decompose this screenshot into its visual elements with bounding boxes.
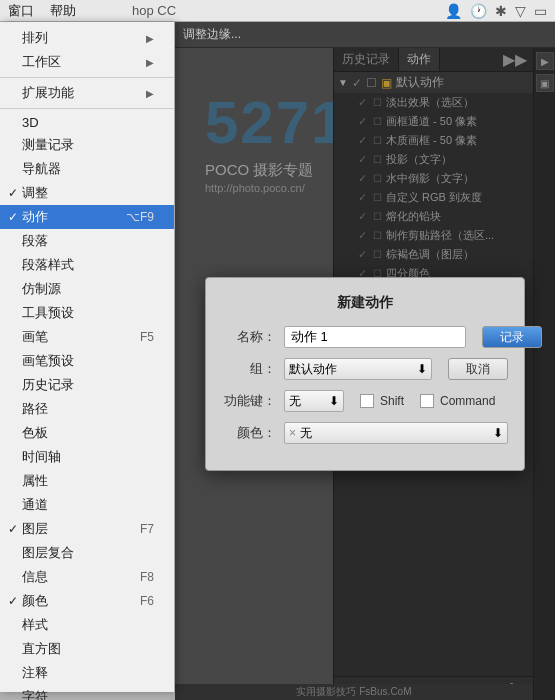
menu-item-tool-preset[interactable]: 工具预设 [0,301,174,325]
dialog-color-row: 颜色： × 无 ⬇ [222,422,508,444]
window-menu: 排列 ▶ 工作区 ▶ 扩展功能 ▶ 3D 测量记录 导航器 调整 动作 ⌥F9 … [0,22,175,692]
menu-item-para-style[interactable]: 段落样式 [0,253,174,277]
top-menu-bar: 窗口 帮助 hop CC 👤 🕐 ✱ ▽ ▭ [0,0,555,22]
divider [0,77,174,78]
group-label: 组： [222,360,276,378]
group-select[interactable]: 默认动作 ⬇ [284,358,432,380]
shortcut-label: F6 [140,594,154,608]
color-label: 颜色： [222,424,276,442]
menu-item-brush-preset[interactable]: 画笔预设 [0,349,174,373]
menu-item-color[interactable]: 颜色 F6 [0,589,174,613]
menu-item-measure[interactable]: 测量记录 [0,133,174,157]
menu-item-notes[interactable]: 注释 [0,661,174,685]
color-x: × [289,426,296,440]
dialog-funckey-row: 功能键： 无 ⬇ Shift Command [222,390,508,412]
arrow-icon: ▶ [146,33,154,44]
menu-item-timeline[interactable]: 时间轴 [0,445,174,469]
name-input[interactable] [284,326,466,348]
menu-window[interactable]: 窗口 [8,2,34,20]
menu-item-paragraph[interactable]: 段落 [0,229,174,253]
menu-item-actions[interactable]: 动作 ⌥F9 [0,205,174,229]
dialog-title: 新建动作 [222,294,508,312]
user-icon: 👤 [445,3,462,19]
menu-item-properties[interactable]: 属性 [0,469,174,493]
wifi-icon: ▽ [515,3,526,19]
dialog-name-row: 名称： 记录 [222,326,508,348]
menu-item-character[interactable]: 字符 [0,685,174,700]
toolbar-label[interactable]: 调整边缘... [183,26,241,43]
name-label: 名称： [222,328,276,346]
photoshop-area: 调整边缘... 527117 POCO 摄影专题 http://photo.po… [175,22,555,700]
menu-item-paths[interactable]: 路径 [0,397,174,421]
shortcut-label: F5 [140,330,154,344]
command-checkbox[interactable] [420,394,434,408]
menu-item-workspace[interactable]: 工作区 ▶ [0,50,174,74]
menu-item-histogram[interactable]: 直方图 [0,637,174,661]
menu-help[interactable]: 帮助 [50,2,76,20]
bluetooth-icon: ✱ [495,3,507,19]
record-button[interactable]: 记录 [482,326,542,348]
dialog-right-btns: 记录 [482,326,542,348]
divider [0,108,174,109]
dialog-group-row: 组： 默认动作 ⬇ 取消 [222,358,508,380]
new-action-dialog: 新建动作 名称： 记录 组： 默认动作 ⬇ [205,277,525,471]
shift-row: Shift [360,394,404,408]
menu-item-brush[interactable]: 画笔 F5 [0,325,174,349]
menu-item-extend[interactable]: 扩展功能 ▶ [0,81,174,105]
dialog-overlay: 新建动作 名称： 记录 组： 默认动作 ⬇ [175,48,555,700]
menu-item-history[interactable]: 历史记录 [0,373,174,397]
arrow-icon: ▶ [146,57,154,68]
menu-item-navigator[interactable]: 导航器 [0,157,174,181]
arrow-icon: ▶ [146,88,154,99]
app-title: hop CC [132,3,176,18]
menu-item-styles[interactable]: 样式 [0,613,174,637]
cancel-button[interactable]: 取消 [448,358,508,380]
battery-icon: ▭ [534,3,547,19]
menu-item-pailie[interactable]: 排列 ▶ [0,26,174,50]
menu-item-3d[interactable]: 3D [0,112,174,133]
menu-item-layers[interactable]: 图层 F7 [0,517,174,541]
shift-label: Shift [380,394,404,408]
color-select-wrapper: × 无 ⬇ [284,422,508,444]
command-label: Command [440,394,495,408]
command-row: Command [420,394,495,408]
menu-item-info[interactable]: 信息 F8 [0,565,174,589]
shortcut-label: F8 [140,570,154,584]
menu-item-clone[interactable]: 仿制源 [0,277,174,301]
menu-item-layer-comp[interactable]: 图层复合 [0,541,174,565]
shortcut-label: ⌥F9 [126,210,154,224]
funckey-select-wrapper: 无 ⬇ [284,390,344,412]
menu-item-adjust[interactable]: 调整 [0,181,174,205]
funckey-select[interactable]: 无 ⬇ [284,390,344,412]
menu-item-channels[interactable]: 通道 [0,493,174,517]
funckey-label: 功能键： [222,392,276,410]
shift-checkbox[interactable] [360,394,374,408]
top-right-icons: 👤 🕐 ✱ ▽ ▭ [445,0,555,22]
menu-item-swatches[interactable]: 色板 [0,421,174,445]
shortcut-label: F7 [140,522,154,536]
color-select[interactable]: × 无 ⬇ [284,422,508,444]
ps-toolbar: 调整边缘... [175,22,555,48]
ps-content: 527117 POCO 摄影专题 http://photo.poco.cn/ 历… [175,48,555,700]
group-select-wrapper: 默认动作 ⬇ [284,358,432,380]
clock-icon: 🕐 [470,3,487,19]
